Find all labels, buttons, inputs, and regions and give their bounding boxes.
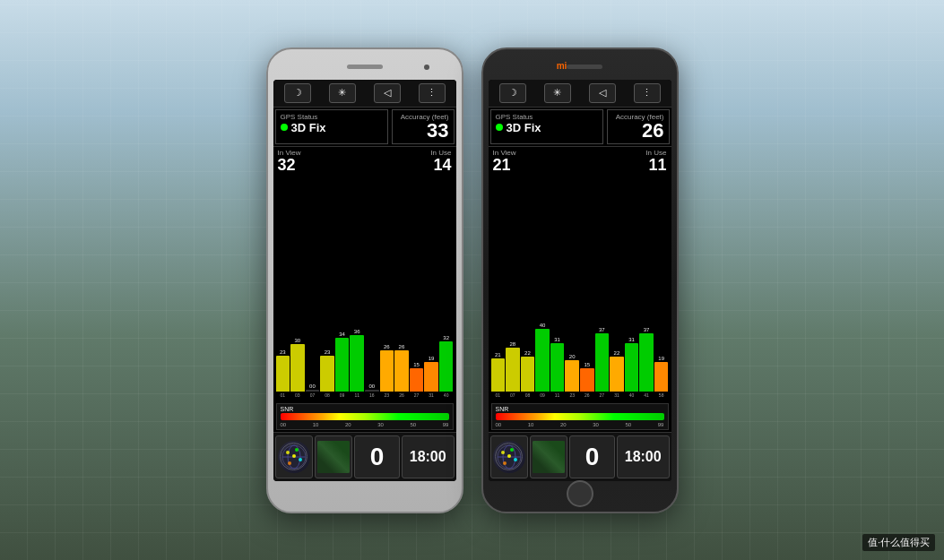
- svg-point-18: [507, 454, 511, 458]
- svg-point-11: [498, 445, 521, 469]
- phone2-status-row: GPS Status 3D Fix Accuracy (feet) 26: [489, 108, 671, 147]
- bar-group-58: 1958: [654, 356, 669, 398]
- svg-point-4: [295, 448, 299, 452]
- phone1-top: [273, 58, 456, 76]
- phone1-gps-dot: [281, 124, 288, 131]
- phone1-moon-btn[interactable]: ☽: [284, 83, 311, 103]
- phones-container: ☽ ✳ ◁ ⋮ GPS Status 3D Fix Accuracy (feet…: [0, 0, 944, 560]
- phone1-time-btn: 18:00: [402, 435, 455, 478]
- bar-group-07: 2807: [506, 341, 520, 398]
- phone2-snr-labels: 00 10 20 30 50 99: [496, 422, 664, 427]
- phone2-map-btn[interactable]: [530, 435, 567, 478]
- svg-point-20: [546, 451, 551, 456]
- phone2-snr-bar: [496, 413, 664, 420]
- svg-point-5: [299, 458, 302, 461]
- phone1-in-view: In View 32: [278, 149, 301, 173]
- svg-point-17: [503, 461, 507, 465]
- phone2-bottom: [567, 485, 593, 503]
- svg-rect-8: [317, 441, 350, 473]
- phone2-chart: 2101280722084009311120231526372722313140…: [489, 175, 671, 401]
- phone2-sat-view-btn[interactable]: [490, 435, 528, 478]
- phone2-home-btn[interactable]: [567, 480, 593, 507]
- bar-group-23: 2623: [380, 344, 394, 398]
- bar-group-08: 2208: [521, 350, 535, 398]
- svg-point-10: [335, 457, 339, 461]
- bar-group-27: 1527: [410, 362, 424, 398]
- bar-group-26: 1526: [580, 362, 594, 398]
- svg-point-3: [286, 451, 290, 454]
- bar-group-09: 4009: [535, 323, 550, 398]
- phone1-sun-btn[interactable]: ✳: [329, 83, 356, 103]
- phone2-sat-count: In View 21 In Use 11: [489, 147, 671, 175]
- phone1-toolbar: ☽ ✳ ◁ ⋮: [273, 80, 456, 108]
- phone2-sun-btn[interactable]: ✳: [544, 83, 571, 103]
- phone2: mi ☽ ✳ ◁ ⋮ GPS Status 3D Fix: [481, 47, 679, 513]
- phone2-screen: ☽ ✳ ◁ ⋮ GPS Status 3D Fix Accuracy (feet…: [489, 80, 671, 481]
- phone2-logo: mi: [557, 61, 567, 71]
- phone1-chart: 2301300300072308340936110016262326261527…: [273, 175, 456, 401]
- bar-group-40: 3140: [625, 337, 639, 398]
- phone2-gps-box: GPS Status 3D Fix: [490, 109, 603, 144]
- phone2-accuracy-value: 26: [612, 121, 664, 141]
- bar-group-08: 2308: [320, 349, 334, 398]
- phone1-accuracy-box: Accuracy (feet) 33: [392, 109, 455, 144]
- phone1-gps-fix: 3D Fix: [281, 121, 383, 134]
- bar-group-11: 3111: [550, 337, 565, 398]
- svg-point-6: [288, 461, 291, 465]
- phone1-speed-btn: 0: [354, 435, 400, 478]
- phone2-speaker: [567, 65, 602, 69]
- phone2-in-use: In Use 11: [645, 149, 666, 173]
- bar-group-26: 2626: [394, 344, 409, 398]
- bar-group-31: 2231: [610, 350, 624, 398]
- svg-point-12: [503, 445, 515, 469]
- phone1-gps-label: GPS Status: [281, 113, 383, 121]
- phone2-sat-globe: [493, 441, 525, 473]
- bar-group-40: 3240: [439, 335, 454, 398]
- phone1-menu-btn[interactable]: ⋮: [419, 83, 446, 103]
- phone1: ☽ ✳ ◁ ⋮ GPS Status 3D Fix Accuracy (feet…: [266, 47, 463, 513]
- phone1-speed: 0: [370, 443, 385, 471]
- phone2-gps-dot: [496, 124, 503, 131]
- phone2-moon-btn[interactable]: ☽: [499, 83, 526, 103]
- svg-point-1: [288, 445, 300, 469]
- phone1-bottom-bar: 0 18:00: [273, 432, 456, 481]
- phone2-gps-fix: 3D Fix: [496, 121, 598, 134]
- bar-group-09: 3409: [335, 332, 350, 398]
- phone2-chart-bars: 2101280722084009311120231526372722313140…: [491, 177, 669, 400]
- bar-group-23: 2023: [565, 354, 579, 398]
- phone1-share-btn[interactable]: ◁: [374, 83, 401, 103]
- bar-group-01: 2301: [276, 349, 290, 398]
- phone1-speaker: [347, 65, 383, 69]
- phone2-menu-btn[interactable]: ⋮: [634, 83, 661, 103]
- phone1-in-use: In Use 14: [430, 149, 451, 173]
- svg-point-9: [331, 451, 336, 456]
- phone2-snr: SNR 00 10 20 30 50 99: [491, 403, 669, 430]
- phone1-snr-bar: [281, 413, 449, 420]
- bar-group-11: 3611: [350, 329, 364, 398]
- phone1-screen: ☽ ✳ ◁ ⋮ GPS Status 3D Fix Accuracy (feet…: [273, 80, 456, 481]
- phone1-snr-labels: 00 10 20 30 50 99: [281, 422, 449, 427]
- phone2-share-btn[interactable]: ◁: [589, 83, 616, 103]
- phone2-gps-label: GPS Status: [496, 113, 598, 121]
- phone2-accuracy-box: Accuracy (feet) 26: [607, 109, 670, 144]
- bar-group-27: 3727: [595, 327, 610, 398]
- watermark: 值·什么值得买: [862, 534, 935, 551]
- phone1-map-btn[interactable]: [315, 435, 352, 478]
- phone1-sat-view-btn[interactable]: [275, 435, 313, 478]
- phone1-map-thumb: [317, 441, 350, 473]
- bar-group-41: 3741: [639, 327, 654, 398]
- phone1-time: 18:00: [410, 449, 446, 465]
- phone1-status-row: GPS Status 3D Fix Accuracy (feet) 33: [273, 108, 456, 147]
- phone2-toolbar: ☽ ✳ ◁ ⋮: [489, 80, 671, 108]
- phone1-snr: SNR 00 10 20 30 50 99: [276, 403, 454, 430]
- phone2-speed-btn: 0: [569, 435, 615, 478]
- svg-point-21: [550, 457, 554, 461]
- svg-point-7: [292, 454, 296, 458]
- phone2-time: 18:00: [625, 449, 662, 465]
- phone1-sat-globe: [278, 441, 310, 473]
- phone1-chart-bars: 2301300300072308340936110016262326261527…: [276, 177, 454, 400]
- svg-point-14: [501, 451, 505, 454]
- bar-group-31: 1931: [424, 356, 438, 398]
- phone2-map-thumb: [533, 441, 565, 473]
- svg-point-16: [514, 458, 517, 461]
